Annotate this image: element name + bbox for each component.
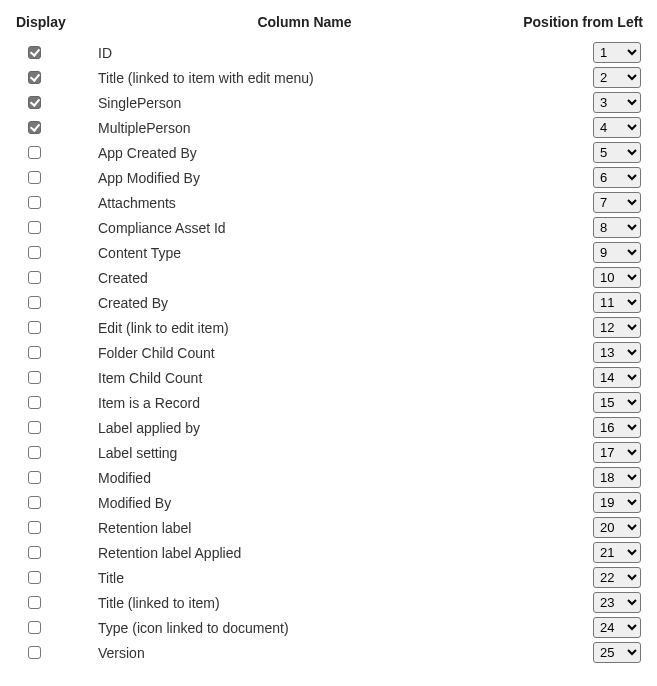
- position-select[interactable]: 1: [593, 42, 641, 63]
- column-rows: ID1Title (linked to item with edit menu)…: [16, 40, 645, 665]
- column-name-label: App Created By: [96, 145, 511, 161]
- display-checkbox[interactable]: [28, 96, 41, 109]
- position-select[interactable]: 25: [593, 642, 641, 663]
- column-row: Item Child Count14: [16, 365, 645, 390]
- column-row: App Modified By6: [16, 165, 645, 190]
- position-select[interactable]: 4: [593, 117, 641, 138]
- column-row: Version25: [16, 640, 645, 665]
- column-name-label: App Modified By: [96, 170, 511, 186]
- column-name-label: Version: [96, 645, 511, 661]
- display-checkbox[interactable]: [28, 621, 41, 634]
- position-select[interactable]: 11: [593, 292, 641, 313]
- position-select[interactable]: 7: [593, 192, 641, 213]
- column-row: Compliance Asset Id8: [16, 215, 645, 240]
- column-row: ID1: [16, 40, 645, 65]
- display-checkbox[interactable]: [28, 296, 41, 309]
- position-select[interactable]: 8: [593, 217, 641, 238]
- column-row: Edit (link to edit item)12: [16, 315, 645, 340]
- display-checkbox[interactable]: [28, 396, 41, 409]
- column-name-label: MultiplePerson: [96, 120, 511, 136]
- position-select[interactable]: 6: [593, 167, 641, 188]
- column-name-label: Modified By: [96, 495, 511, 511]
- column-row: Created By11: [16, 290, 645, 315]
- display-checkbox[interactable]: [28, 446, 41, 459]
- position-select[interactable]: 16: [593, 417, 641, 438]
- position-select[interactable]: 2: [593, 67, 641, 88]
- column-row: Modified By19: [16, 490, 645, 515]
- column-name-label: Title (linked to item with edit menu): [96, 70, 511, 86]
- column-row: Title (linked to item with edit menu)2: [16, 65, 645, 90]
- column-name-label: Created: [96, 270, 511, 286]
- display-checkbox[interactable]: [28, 146, 41, 159]
- column-name-label: Label applied by: [96, 420, 511, 436]
- position-select[interactable]: 19: [593, 492, 641, 513]
- column-row: App Created By5: [16, 140, 645, 165]
- position-select[interactable]: 21: [593, 542, 641, 563]
- header-display: Display: [16, 14, 96, 30]
- column-row: Attachments7: [16, 190, 645, 215]
- position-select[interactable]: 24: [593, 617, 641, 638]
- display-checkbox[interactable]: [28, 371, 41, 384]
- column-name-label: Type (icon linked to document): [96, 620, 511, 636]
- display-checkbox[interactable]: [28, 321, 41, 334]
- display-checkbox[interactable]: [28, 496, 41, 509]
- column-settings-header: Display Column Name Position from Left: [16, 14, 645, 30]
- position-select[interactable]: 10: [593, 267, 641, 288]
- position-select[interactable]: 5: [593, 142, 641, 163]
- column-name-label: Content Type: [96, 245, 511, 261]
- display-checkbox[interactable]: [28, 196, 41, 209]
- position-select[interactable]: 15: [593, 392, 641, 413]
- column-row: Modified18: [16, 465, 645, 490]
- position-select[interactable]: 3: [593, 92, 641, 113]
- display-checkbox[interactable]: [28, 571, 41, 584]
- display-checkbox[interactable]: [28, 521, 41, 534]
- column-row: Label applied by16: [16, 415, 645, 440]
- display-checkbox[interactable]: [28, 171, 41, 184]
- display-checkbox[interactable]: [28, 271, 41, 284]
- column-name-label: Modified: [96, 470, 511, 486]
- position-select[interactable]: 14: [593, 367, 641, 388]
- column-row: Title22: [16, 565, 645, 590]
- column-name-label: Created By: [96, 295, 511, 311]
- column-name-label: Attachments: [96, 195, 511, 211]
- column-row: Retention label20: [16, 515, 645, 540]
- position-select[interactable]: 18: [593, 467, 641, 488]
- column-name-label: Item Child Count: [96, 370, 511, 386]
- display-checkbox[interactable]: [28, 646, 41, 659]
- position-select[interactable]: 17: [593, 442, 641, 463]
- column-row: Title (linked to item)23: [16, 590, 645, 615]
- column-row: Item is a Record15: [16, 390, 645, 415]
- position-select[interactable]: 22: [593, 567, 641, 588]
- column-name-label: Retention label: [96, 520, 511, 536]
- display-checkbox[interactable]: [28, 221, 41, 234]
- column-name-label: Retention label Applied: [96, 545, 511, 561]
- column-row: Content Type9: [16, 240, 645, 265]
- display-checkbox[interactable]: [28, 471, 41, 484]
- position-select[interactable]: 12: [593, 317, 641, 338]
- display-checkbox[interactable]: [28, 121, 41, 134]
- column-row: MultiplePerson4: [16, 115, 645, 140]
- column-row: Label setting17: [16, 440, 645, 465]
- column-row: SinglePerson3: [16, 90, 645, 115]
- display-checkbox[interactable]: [28, 546, 41, 559]
- header-position: Position from Left: [513, 14, 645, 30]
- column-name-label: SinglePerson: [96, 95, 511, 111]
- column-name-label: Compliance Asset Id: [96, 220, 511, 236]
- position-select[interactable]: 23: [593, 592, 641, 613]
- column-name-label: Title: [96, 570, 511, 586]
- column-row: Type (icon linked to document)24: [16, 615, 645, 640]
- display-checkbox[interactable]: [28, 596, 41, 609]
- column-name-label: Title (linked to item): [96, 595, 511, 611]
- position-select[interactable]: 13: [593, 342, 641, 363]
- position-select[interactable]: 20: [593, 517, 641, 538]
- position-select[interactable]: 9: [593, 242, 641, 263]
- column-name-label: ID: [96, 45, 511, 61]
- column-row: Retention label Applied21: [16, 540, 645, 565]
- display-checkbox[interactable]: [28, 421, 41, 434]
- display-checkbox[interactable]: [28, 246, 41, 259]
- display-checkbox[interactable]: [28, 71, 41, 84]
- display-checkbox[interactable]: [28, 346, 41, 359]
- header-column-name: Column Name: [96, 14, 513, 30]
- display-checkbox[interactable]: [28, 46, 41, 59]
- column-name-label: Label setting: [96, 445, 511, 461]
